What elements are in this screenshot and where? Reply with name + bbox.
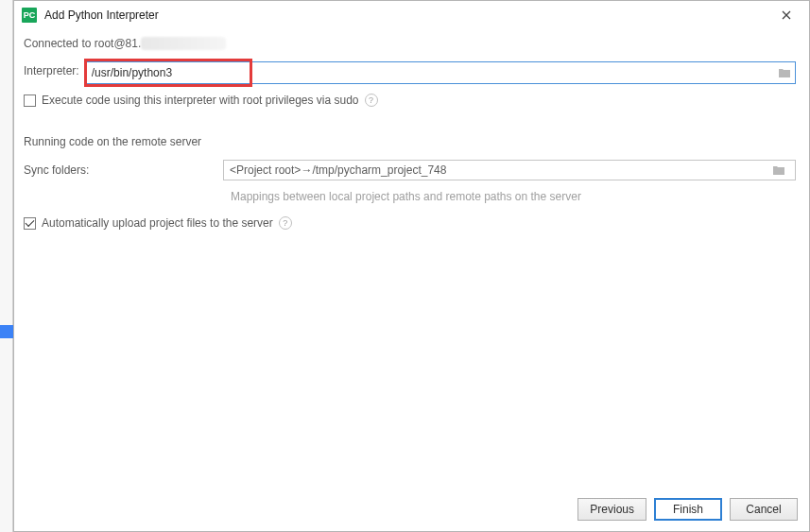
redacted-host xyxy=(141,37,226,50)
dialog-content: Connected to root@81. Interpreter: Execu… xyxy=(14,29,809,488)
sync-folders-field[interactable]: <Project root>→/tmp/pycharm_project_748 xyxy=(223,160,796,180)
sync-label: Sync folders: xyxy=(24,163,217,177)
cancel-button[interactable]: Cancel xyxy=(730,498,798,521)
interpreter-input[interactable] xyxy=(86,66,774,79)
interpreter-label: Interpreter: xyxy=(24,61,79,84)
window-title: Add Python Interpreter xyxy=(44,9,771,22)
previous-button[interactable]: Previous xyxy=(577,498,646,521)
connection-status: Connected to root@81. xyxy=(24,37,796,50)
sudo-checkbox[interactable] xyxy=(24,94,36,107)
finish-button[interactable]: Finish xyxy=(654,498,722,521)
editor-gutter xyxy=(0,0,13,532)
sudo-row: Execute code using this interpreter with… xyxy=(24,94,796,107)
auto-upload-label: Automatically upload project files to th… xyxy=(42,216,273,230)
sync-hint: Mappings between local project paths and… xyxy=(231,190,796,203)
interpreter-field xyxy=(85,61,796,84)
browse-icon[interactable] xyxy=(774,67,795,78)
gutter-selection xyxy=(0,325,13,338)
interpreter-row: Interpreter: xyxy=(24,61,796,84)
sync-folders-row: Sync folders: <Project root>→/tmp/pychar… xyxy=(24,160,796,180)
pycharm-icon: PC xyxy=(22,8,37,23)
browse-icon[interactable] xyxy=(768,164,789,176)
button-bar: Previous Finish Cancel xyxy=(14,488,809,531)
auto-upload-checkbox[interactable] xyxy=(24,217,36,230)
close-icon[interactable] xyxy=(771,4,801,26)
sudo-label: Execute code using this interpreter with… xyxy=(42,94,359,107)
section-title: Running code on the remote server xyxy=(24,135,796,148)
add-interpreter-dialog: PC Add Python Interpreter Connected to r… xyxy=(13,0,810,532)
help-icon[interactable]: ? xyxy=(365,94,378,107)
connection-text: Connected to root@81. xyxy=(24,37,141,50)
auto-upload-row: Automatically upload project files to th… xyxy=(24,216,796,230)
titlebar: PC Add Python Interpreter xyxy=(14,1,809,29)
sync-folders-value: <Project root>→/tmp/pycharm_project_748 xyxy=(230,163,446,177)
help-icon[interactable]: ? xyxy=(279,216,292,230)
